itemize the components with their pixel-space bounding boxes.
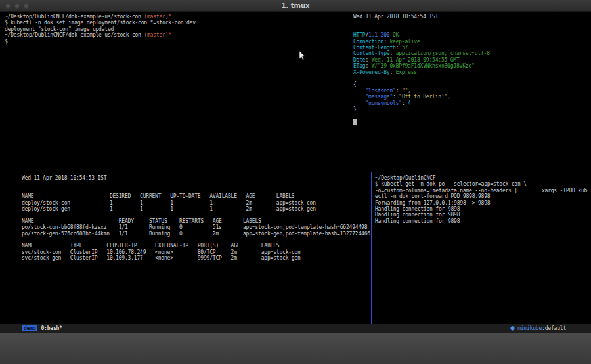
terminal-line [22,237,371,243]
terminal-line: NAME READY STATUS RESTARTS AGE LABELS [22,218,371,224]
terminal-line: NAME DESIRED CURRENT UP-TO-DATE AVAILABL… [22,193,371,199]
text-segment: deploy/stock-con 1 1 1 1 2m app=stock-co… [22,200,316,206]
text-segment: : [365,57,371,63]
text-segment: * [168,32,171,38]
terminal-line: Wed 11 Apr 2018 10:54:53 IST [22,175,371,181]
text-segment: Content-Type [353,51,389,56]
terminal-line: Handling connection for 9898 [375,206,591,212]
traffic-lights [5,3,29,9]
text-segment: Handling connection for 9898 [375,218,460,224]
text-segment: OK [393,32,399,38]
text-segment [353,100,365,106]
text-segment: NAME TYPE CLUSTER-IP EXTERNAL-IP PORT(S)… [22,243,279,249]
text-segment: $ kubectl -n dok set image deployment/st… [5,20,196,26]
terminal-line: po/stock-con-bb68f88fd-kzsxz 1/1 Running… [22,224,371,230]
text-segment: ETag [353,63,365,69]
text-segment: (master) [144,14,168,20]
zoom-button[interactable] [24,3,29,9]
terminal-line: Wed 11 Apr 2018 10:54:54 IST [353,14,591,20]
terminal-line: deploy/stock-gen 1 1 1 1 2m app=stock-ge… [22,206,371,212]
terminal-line: Connection: keep-alive [353,39,591,45]
terminal-line: { [353,81,591,87]
text-segment: : [396,88,402,94]
terminal-line: Content-Type: application/json; charset=… [353,51,591,56]
text-segment: -o=custom-columns=:metadata.name --no-he… [375,188,587,193]
text-segment: : [393,94,399,100]
terminal-line: $ [5,39,346,45]
tmux-status-bar: demo0:bash* ⬢ minikube:default [0,324,591,333]
terminal-line: Date: Wed, 11 Apr 2018 09:54:55 GMT [353,57,591,63]
text-segment: : [396,45,402,51]
text-segment: HTTP [353,32,365,38]
terminal-line [353,26,591,32]
status-left: demo0:bash* [22,324,62,333]
pane-bottom-left-kubectl-watch[interactable]: Wed 11 Apr 2018 10:54:53 IST NAME DESIRE… [0,172,371,324]
title-bar[interactable]: 1. tmux [0,0,591,12]
text-segment: : [365,63,371,69]
terminal-line [353,75,591,81]
terminal-line: deployment "stock-con" image updated [5,26,346,32]
text-segment: } [353,106,357,112]
text-segment: 200 [381,32,390,38]
text-segment: X-Powered-By [353,70,389,75]
terminal-line: ETag: W/"39-0xBPf9aF1dXVNkhsxoBQgJ8vKzo" [353,63,591,69]
text-segment: $ [5,39,8,45]
text-segment [353,94,365,100]
text-segment: ~/Desktop/DublinCNCF/dok-example-us/stoc… [5,32,144,38]
terminal-line: Content-Length: 57 [353,45,591,51]
text-segment: deploy/stock-gen 1 1 1 1 2m app=stock-ge… [22,206,316,212]
terminal-line [22,188,371,193]
terminal-line: X-Powered-By: Express [353,70,591,75]
window-tab-bash[interactable]: 0:bash* [41,325,62,331]
window-title: 1. tmux [0,0,591,11]
text-segment: NAME READY STATUS RESTARTS AGE LABELS [22,218,261,224]
text-segment: "" [402,88,408,94]
kube-namespace: :default [542,325,566,331]
text-segment: , [408,88,411,94]
terminal-window: 1. tmux ~/Desktop/DublinCNCF/dok-example… [0,0,591,333]
pane-divider-horizontal[interactable] [0,172,591,172]
text-segment [353,88,365,94]
text-segment: "Off to Berlin!" [399,94,447,100]
kubernetes-context-icon: ⬢ [510,325,515,331]
desktop-background [0,333,591,364]
text-segment: Content-Length [353,45,396,51]
text-segment: , [447,94,450,100]
terminal-line: Handling connection for 9898 [375,218,591,224]
text-segment: 1.1 [368,32,378,38]
terminal-line: } [353,106,591,112]
tmux-session: ~/Desktop/DublinCNCF/dok-example-us/stoc… [0,12,591,324]
kube-context-name: minikube [517,325,542,331]
cursor-block [353,119,357,125]
text-segment: application/json; charset=utf-8 [396,51,490,56]
text-segment: "lastseen" [365,88,395,94]
text-segment: : [402,100,408,106]
terminal-line: HTTP/1.1 200 OK [353,32,591,38]
text-segment: ~/Desktop/DublinCNCF/dok-example-us/stoc… [5,14,144,20]
pane-top-right-http-response[interactable]: Wed 11 Apr 2018 10:54:54 IST HTTP/1.1 20… [349,12,591,172]
pane-bottom-right-port-forward[interactable]: ~/Desktop/DublinCNCF$ kubectl get -n dok… [372,172,591,324]
terminal-line [22,212,371,218]
terminal-line: svc/stock-con ClusterIP 10.106.78.249 <n… [22,249,371,255]
text-segment: Wed 11 Apr 2018 10:54:53 IST [22,175,106,181]
terminal-line: -o=custom-columns=:metadata.name --no-he… [375,188,591,193]
terminal-line [353,113,591,119]
text-segment: Handling connection for 9898 [375,212,460,218]
pane-divider-vertical-bottom[interactable] [371,172,372,324]
terminal-line: NAME TYPE CLUSTER-IP EXTERNAL-IP PORT(S)… [22,243,371,249]
pane-top-left-shell[interactable]: ~/Desktop/DublinCNCF/dok-example-us/stoc… [0,12,349,172]
terminal-line: deploy/stock-con 1 1 1 1 2m app=stock-co… [22,200,371,206]
text-segment: NAME DESIRED CURRENT UP-TO-DATE AVAILABL… [22,193,294,199]
screen: 1. tmux ~/Desktop/DublinCNCF/dok-example… [0,0,591,364]
minimize-button[interactable] [14,3,20,9]
pane-divider-vertical-top[interactable] [349,12,349,172]
text-segment: 4 [408,100,411,106]
text-segment: svc/stock-con ClusterIP 10.106.78.249 <n… [22,249,301,255]
text-segment: Forwarding from 127.0.0.1:9898 -> 9898 [375,200,490,206]
text-segment: 57 [402,45,408,51]
terminal-line: "message": "Off to Berlin!", [353,94,591,100]
text-segment: * [168,14,171,20]
close-button[interactable] [5,3,11,9]
session-name-badge: demo [22,325,37,331]
text-segment: Wed 11 Apr 2018 10:54:54 IST [353,14,438,20]
